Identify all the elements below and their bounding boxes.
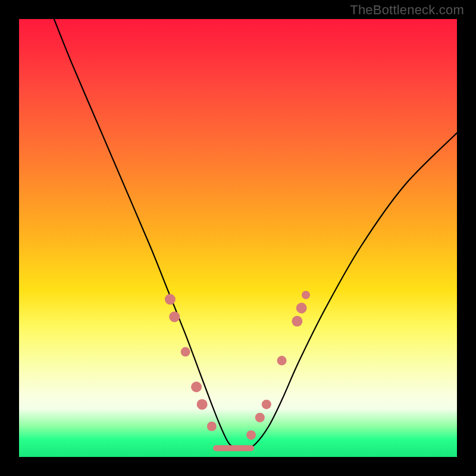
curve-svg bbox=[19, 19, 457, 457]
plot-area bbox=[19, 19, 457, 457]
watermark-text: TheBottleneck.com bbox=[350, 2, 464, 18]
curve-marker bbox=[169, 311, 180, 322]
curve-marker bbox=[181, 347, 190, 356]
curve-marker bbox=[165, 294, 176, 305]
curve-marker bbox=[302, 291, 310, 299]
bottleneck-curve bbox=[54, 19, 457, 449]
curve-marker bbox=[277, 356, 287, 365]
curve-marker bbox=[197, 399, 208, 410]
curve-marker bbox=[191, 381, 202, 392]
curve-marker bbox=[262, 400, 271, 409]
curve-marker bbox=[255, 413, 265, 422]
curve-marker bbox=[292, 316, 302, 327]
curve-marker bbox=[296, 303, 307, 314]
curve-marker bbox=[246, 430, 256, 440]
curve-markers bbox=[165, 291, 310, 440]
curve-marker bbox=[207, 421, 217, 431]
chart-stage: TheBottleneck.com bbox=[0, 0, 476, 476]
